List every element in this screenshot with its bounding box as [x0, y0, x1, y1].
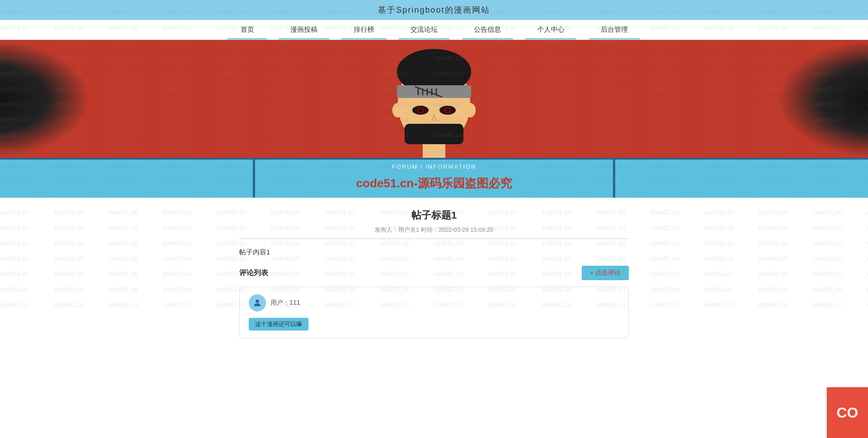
- nav-underline: [279, 38, 329, 39]
- nav-underline: [526, 38, 576, 39]
- forum-title-prefix: code51.cn-: [356, 176, 418, 190]
- nav-item-首页[interactable]: 首页: [222, 20, 272, 39]
- forum-title-main: 源码乐园盗图必究: [418, 176, 512, 190]
- svg-rect-17: [405, 124, 463, 144]
- nav-item-漫画投稿[interactable]: 漫画投稿: [272, 20, 336, 39]
- site-title: 基于Springboot的漫画网站: [378, 5, 490, 15]
- post-content-text: 帖子内容1: [239, 248, 270, 256]
- nav-underline: [589, 38, 640, 39]
- forum-label: FORUM / INFORMATION: [255, 163, 613, 170]
- svg-point-13: [419, 108, 422, 112]
- svg-point-20: [465, 103, 476, 117]
- svg-rect-2: [397, 85, 471, 98]
- comments-label: 评论列表: [239, 268, 268, 278]
- nav-item-后台管理[interactable]: 后台管理: [583, 20, 646, 39]
- comments-header: 评论列表 + 点击评论: [239, 261, 629, 287]
- svg-rect-18: [423, 144, 445, 158]
- comment-user-row: 用户：111: [249, 294, 619, 311]
- forum-title: code51.cn-源码乐园盗图必究: [255, 172, 613, 198]
- nav-item-公告信息[interactable]: 公告信息: [456, 20, 519, 39]
- ninja-illustration: [375, 40, 493, 158]
- post-title: 帖子标题1: [239, 209, 629, 222]
- comment-username: 用户：111: [270, 299, 300, 307]
- hero-banner: [0, 40, 868, 158]
- forum-section-header: FORUM / INFORMATION code51.cn-源码乐园盗图必究: [253, 160, 615, 198]
- nav-underline: [462, 38, 513, 39]
- svg-point-21: [256, 300, 259, 303]
- comments-list: 用户：111 这个漫画还可以嘛: [239, 287, 629, 338]
- nav-underline: [227, 38, 267, 39]
- main-content: 帖子标题1 发布人：用户名1 时间：2022-03-29 15:09:20 帖子…: [230, 198, 638, 338]
- comment-avatar: [249, 294, 266, 311]
- post-meta: 发布人：用户名1 时间：2022-03-29 15:09:20: [239, 226, 629, 234]
- nav-underline: [341, 38, 386, 39]
- svg-point-19: [392, 103, 403, 117]
- add-comment-button[interactable]: + 点击评论: [582, 266, 629, 280]
- smoke-left: [0, 40, 91, 158]
- nav-item-排行榜[interactable]: 排行榜: [336, 20, 392, 39]
- top-bar: 基于Springboot的漫画网站: [0, 0, 868, 20]
- nav-item-交流论坛[interactable]: 交流论坛: [392, 20, 456, 39]
- svg-point-14: [446, 108, 449, 112]
- forum-header-band: FORUM / INFORMATION code51.cn-源码乐园盗图必究: [0, 158, 868, 198]
- smoke-right: [777, 40, 868, 158]
- comment-text: 这个漫画还可以嘛: [249, 318, 309, 331]
- post-title-section: 帖子标题1 发布人：用户名1 时间：2022-03-29 15:09:20: [239, 198, 629, 239]
- nav-item-个人中心[interactable]: 个人中心: [519, 20, 583, 39]
- main-nav: 首页漫画投稿排行榜交流论坛公告信息个人中心后台管理: [0, 20, 868, 40]
- nav-underline: [399, 38, 449, 39]
- comment-card: 用户：111 这个漫画还可以嘛: [239, 287, 629, 338]
- post-content: 帖子内容1: [239, 239, 629, 261]
